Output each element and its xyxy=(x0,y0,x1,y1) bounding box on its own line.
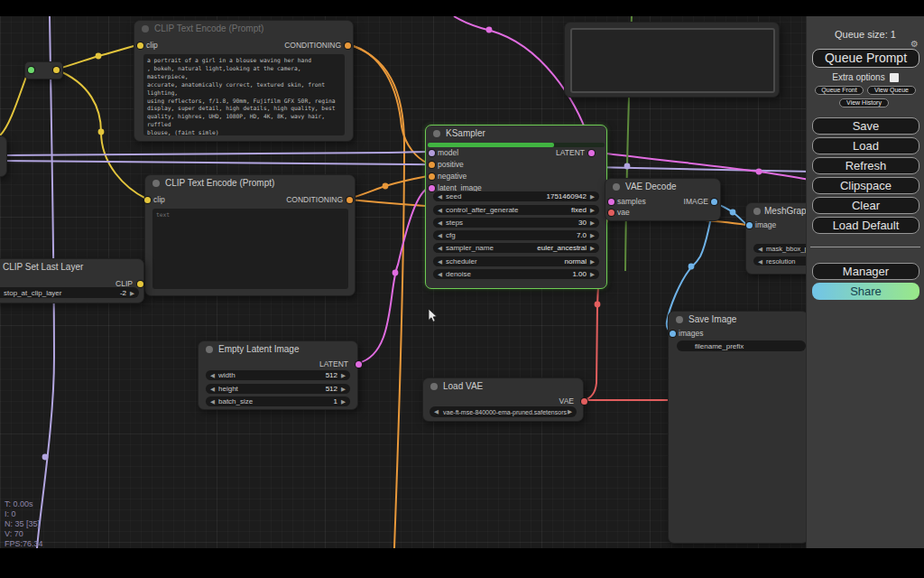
positive-input-port[interactable] xyxy=(429,162,435,168)
increment-arrow-icon[interactable] xyxy=(590,244,595,252)
increment-arrow-icon[interactable] xyxy=(590,206,595,214)
increment-arrow-icon[interactable] xyxy=(590,270,595,278)
link-dot xyxy=(486,27,493,33)
image-input-port[interactable] xyxy=(746,222,753,228)
latent-output-port[interactable] xyxy=(588,150,595,156)
widget-batch-size[interactable]: batch_size 1 xyxy=(206,396,350,406)
wire-model xyxy=(0,152,428,155)
wire-cond-down xyxy=(347,44,404,548)
queue-front-button[interactable]: Queue Front xyxy=(815,86,864,95)
decrement-arrow-icon[interactable] xyxy=(438,219,442,227)
conditioning-output-port[interactable] xyxy=(346,197,353,203)
next-arrow-icon[interactable] xyxy=(568,408,572,415)
wire-clip-2 xyxy=(56,70,146,199)
node-vae-decode[interactable]: VAE Decode samples vae IMAGE xyxy=(605,178,721,221)
node-title: CLIP Text Encode (Prompt) xyxy=(145,175,355,191)
widget-width[interactable]: width 512 xyxy=(206,370,350,380)
samples-input-port[interactable] xyxy=(608,199,614,205)
link-dot xyxy=(383,183,389,190)
node-ksampler[interactable]: KSampler model positive negative latent_… xyxy=(425,125,607,289)
node-preview-empty[interactable] xyxy=(564,22,780,98)
widget-vae-name[interactable]: vae-ft-mse-840000-ema-pruned.safetensors xyxy=(430,406,577,417)
latent-output-port[interactable] xyxy=(356,361,362,368)
prev-arrow-icon[interactable] xyxy=(758,245,762,253)
increment-arrow-icon[interactable] xyxy=(341,371,346,379)
widget-name: control_after_generate xyxy=(446,206,519,214)
queue-prompt-button[interactable]: Queue Prompt xyxy=(812,49,919,68)
save-button[interactable]: Save xyxy=(812,117,919,135)
widget-value: 1 xyxy=(334,397,337,406)
view-queue-button[interactable]: View Queue xyxy=(867,86,916,95)
widget-denoise[interactable]: denoise 1.00 xyxy=(433,269,599,279)
widget-cfg[interactable]: cfg 7.0 xyxy=(433,230,599,240)
vae-output-port[interactable] xyxy=(581,398,587,405)
node-clip-text-encode-1[interactable]: CLIP Text Encode (Prompt) clip CONDITION… xyxy=(134,20,354,142)
node-reroute[interactable] xyxy=(24,61,63,79)
load-button[interactable]: Load xyxy=(812,137,919,154)
refresh-button[interactable]: Refresh xyxy=(812,157,919,174)
images-input-port[interactable] xyxy=(670,331,676,337)
view-history-button[interactable]: View History xyxy=(839,98,889,107)
decrement-arrow-icon[interactable] xyxy=(438,192,442,200)
widget-value: 1751460942 xyxy=(547,192,587,200)
decrement-arrow-icon[interactable] xyxy=(438,270,442,278)
widget-scheduler[interactable]: scheduler normal xyxy=(433,256,599,266)
share-button[interactable]: Share xyxy=(812,283,919,300)
node-load-vae[interactable]: Load VAE VAE vae-ft-mse-840000-ema-prune… xyxy=(422,378,584,422)
widget-name: batch_size xyxy=(218,397,253,406)
latent-image-input-port[interactable] xyxy=(429,185,435,191)
image-output-port[interactable] xyxy=(711,199,717,205)
vae-input-port[interactable] xyxy=(608,210,614,216)
node-title: Empty Latent Image xyxy=(199,341,357,357)
node-canvas[interactable]: CLIP Text Encode (Prompt) clip CONDITION… xyxy=(0,0,924,578)
extra-options-checkbox[interactable] xyxy=(890,73,899,82)
conditioning-output-port[interactable] xyxy=(345,42,351,49)
clip-input-port[interactable] xyxy=(144,197,151,203)
widget-control-after-generate[interactable]: control_after_generate fixed xyxy=(433,205,599,215)
increment-arrow-icon[interactable] xyxy=(341,385,346,393)
decrement-arrow-icon[interactable] xyxy=(210,385,215,393)
decrement-arrow-icon[interactable] xyxy=(438,206,442,214)
node-empty-latent-image[interactable]: Empty Latent Image LATENT width 512 heig… xyxy=(198,340,358,410)
decrement-arrow-icon[interactable] xyxy=(438,257,442,266)
decrement-arrow-icon[interactable] xyxy=(210,397,215,406)
increment-arrow-icon[interactable] xyxy=(590,257,595,266)
widget-name: stop_at_clip_layer xyxy=(4,289,61,297)
widget-value: fixed xyxy=(571,206,587,214)
negative-input-port[interactable] xyxy=(429,173,435,180)
decrement-arrow-icon[interactable] xyxy=(438,231,442,239)
prev-arrow-icon[interactable] xyxy=(434,408,439,415)
widget-steps[interactable]: steps 30 xyxy=(433,218,599,228)
decrement-arrow-icon[interactable] xyxy=(210,371,215,379)
load-default-button[interactable]: Load Default xyxy=(812,217,919,234)
clipspace-button[interactable]: Clipspace xyxy=(812,177,919,194)
node-save-image[interactable]: Save Image images filename_prefix xyxy=(668,311,808,544)
widget-sampler-name[interactable]: sampler_name euler_ancestral xyxy=(433,243,599,253)
model-input-port[interactable] xyxy=(429,150,435,156)
node-clip-text-encode-2[interactable]: CLIP Text Encode (Prompt) clip CONDITION… xyxy=(144,174,356,296)
clip-output-port[interactable] xyxy=(137,281,143,287)
widget-stop-at-clip-layer[interactable]: stop_at_clip_layer -2 xyxy=(0,287,139,298)
widget-seed[interactable]: seed 1751460942 xyxy=(433,191,599,201)
decrement-arrow-icon[interactable] xyxy=(438,244,442,252)
increment-arrow-icon[interactable] xyxy=(590,231,595,239)
manager-button[interactable]: Manager xyxy=(812,263,919,280)
clip-input-port[interactable] xyxy=(137,42,143,49)
prompt-textarea[interactable]: text xyxy=(152,209,348,289)
reroute-input-port[interactable] xyxy=(28,67,34,73)
reroute-output-port[interactable] xyxy=(53,67,60,73)
widget-height[interactable]: height 512 xyxy=(206,384,350,394)
preview-area xyxy=(570,28,775,93)
increment-arrow-icon[interactable] xyxy=(590,219,595,227)
increment-arrow-icon[interactable] xyxy=(590,192,595,200)
node-fragment[interactable] xyxy=(0,135,7,177)
node-clip-set-last-layer[interactable]: CLIP Set Last Layer CLIP stop_at_clip_la… xyxy=(0,258,144,303)
increment-arrow-icon[interactable] xyxy=(130,289,134,297)
vae-input-label: vae xyxy=(617,208,630,217)
prev-arrow-icon[interactable] xyxy=(758,257,762,266)
widget-filename-prefix[interactable]: filename_prefix xyxy=(677,340,806,351)
widget-value: 512 xyxy=(326,371,337,379)
clear-button[interactable]: Clear xyxy=(812,197,919,214)
increment-arrow-icon[interactable] xyxy=(341,397,346,406)
prompt-textarea[interactable]: a portrait of a girl in a blouse waving … xyxy=(143,54,345,135)
